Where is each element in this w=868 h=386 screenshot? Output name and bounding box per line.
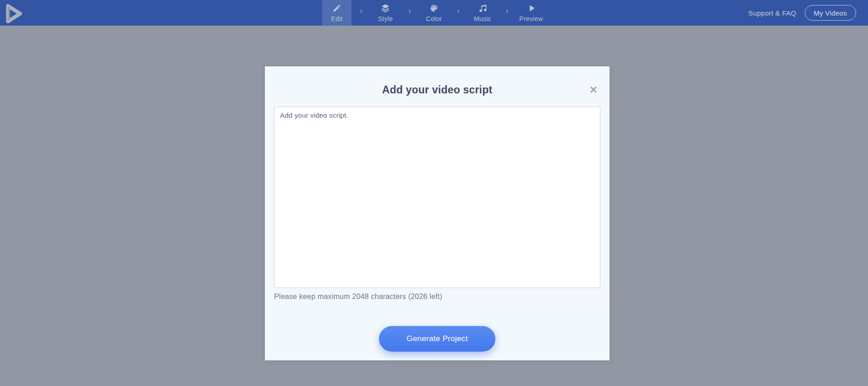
add-script-modal: Add your video script × Add your video s… xyxy=(265,66,610,360)
my-videos-button[interactable]: My Videos xyxy=(805,5,856,21)
chevron-right-icon: › xyxy=(400,0,419,26)
step-music[interactable]: Music xyxy=(468,0,497,26)
generate-project-button[interactable]: Generate Project xyxy=(379,326,495,352)
support-faq-link[interactable]: Support & FAQ xyxy=(748,9,797,17)
close-icon[interactable]: × xyxy=(587,83,600,96)
video-script-input[interactable]: Add your video script. xyxy=(274,107,600,288)
step-preview[interactable]: Preview xyxy=(516,0,546,26)
step-label: Style xyxy=(378,15,393,22)
play-icon xyxy=(527,3,536,13)
layers-icon xyxy=(381,3,390,13)
modal-title: Add your video script xyxy=(265,84,610,96)
app-logo-play-icon[interactable] xyxy=(2,1,25,24)
top-navbar: Edit › Style › Color › xyxy=(0,0,868,26)
step-label: Color xyxy=(426,15,442,22)
chevron-right-icon: › xyxy=(352,0,371,26)
step-label: Preview xyxy=(519,15,543,22)
step-label: Music xyxy=(474,15,491,22)
navbar-right-group: Support & FAQ My Videos xyxy=(748,0,856,26)
step-color[interactable]: Color xyxy=(419,0,449,26)
music-note-icon xyxy=(478,3,487,13)
char-limit-helper: Please keep maximum 2048 characters (202… xyxy=(274,293,442,301)
step-edit[interactable]: Edit xyxy=(322,0,352,26)
step-label: Edit xyxy=(331,15,342,22)
chevron-right-icon: › xyxy=(449,0,468,26)
chevron-right-icon: › xyxy=(497,0,516,26)
palette-icon xyxy=(429,3,439,13)
pencil-icon xyxy=(332,3,341,13)
workflow-steps: Edit › Style › Color › xyxy=(322,0,546,26)
step-style[interactable]: Style xyxy=(371,0,400,26)
